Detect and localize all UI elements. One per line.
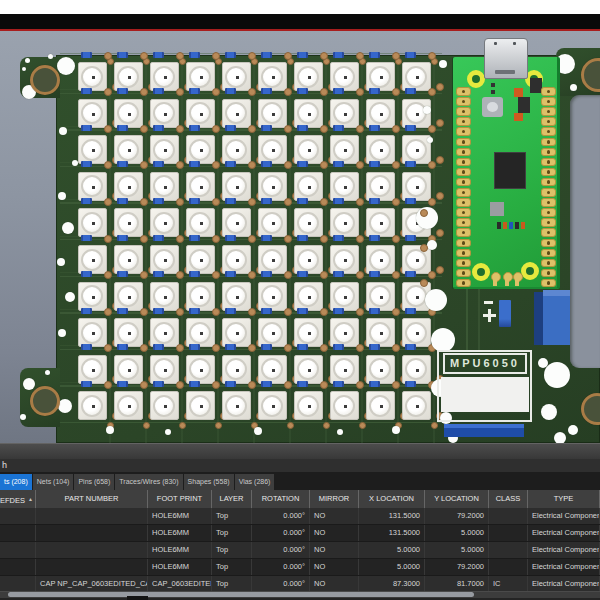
led xyxy=(258,62,287,91)
led-die xyxy=(272,296,275,299)
tab-pins-658-[interactable]: Pins (658) xyxy=(74,474,114,490)
column-header-foot-print[interactable]: FOOT PRINT xyxy=(148,490,212,508)
via xyxy=(140,308,148,316)
led-capacitor xyxy=(333,235,344,241)
cell-foot-print: HOLE6MM xyxy=(148,542,212,558)
table-row[interactable]: CAP NP_CAP_0603EDITED_CAP NPCAP_0603EDIT… xyxy=(0,576,600,591)
pico-pin-hole xyxy=(547,150,551,154)
column-label: CLASS xyxy=(496,494,521,503)
pico-pin xyxy=(456,107,471,116)
mounting-hole xyxy=(423,106,431,114)
led-die xyxy=(272,259,275,262)
led xyxy=(258,282,287,311)
led-die xyxy=(164,222,167,225)
pico-pin xyxy=(541,158,556,167)
led-die xyxy=(128,259,131,262)
tab-traces-wires-830-[interactable]: Traces/Wires (830) xyxy=(115,474,182,490)
led xyxy=(366,245,395,274)
scrollbar-thumb[interactable] xyxy=(8,592,474,597)
led xyxy=(222,318,251,347)
led-capacitor xyxy=(189,198,200,204)
minus-silkscreen xyxy=(484,301,493,304)
pico-pin xyxy=(541,168,556,177)
column-header-layer[interactable]: LAYER xyxy=(212,490,252,508)
via xyxy=(356,308,364,316)
mounting-hole xyxy=(570,84,577,91)
mounting-hole xyxy=(57,258,65,266)
column-header-y-location[interactable]: Y LOCATION xyxy=(425,490,489,508)
cell-part-number xyxy=(36,542,148,558)
cell-part-number xyxy=(36,525,148,541)
table-row[interactable]: HOLE6MMTop0.000°NO5.000079.2000Electrica… xyxy=(0,559,600,576)
led-capacitor xyxy=(261,381,272,387)
pico-pin xyxy=(456,218,471,227)
table-row[interactable]: HOLE6MMTop0.000°NO5.00005.0000Electrical… xyxy=(0,542,600,559)
smd-part xyxy=(491,83,495,87)
column-header-mirror[interactable]: MIRROR xyxy=(310,490,359,508)
led-capacitor xyxy=(333,125,344,131)
pico-pin xyxy=(541,239,556,248)
via xyxy=(140,198,148,206)
led-capacitor xyxy=(405,198,416,204)
led xyxy=(78,208,107,237)
led-die xyxy=(344,259,347,262)
led-capacitor xyxy=(369,88,380,94)
application-window: MPU6050 h ts (208)Nets (104)Pins (658)Tr… xyxy=(0,0,600,600)
led xyxy=(186,135,215,164)
panel-titlebar[interactable] xyxy=(0,443,600,459)
led-die xyxy=(92,296,95,299)
tab-vias-286-[interactable]: Vias (286) xyxy=(235,474,275,490)
cell-class xyxy=(489,525,528,541)
led xyxy=(294,208,323,237)
column-header-class[interactable]: CLASS xyxy=(489,490,528,508)
column-label: PART NUMBER xyxy=(65,494,119,503)
tab-shapes-558-[interactable]: Shapes (558) xyxy=(184,474,234,490)
led-die xyxy=(416,369,419,372)
mpu6050-module-body xyxy=(441,377,529,412)
tab-nets-104-[interactable]: Nets (104) xyxy=(33,474,74,490)
pico-pin-hole xyxy=(462,150,466,154)
column-header-type[interactable]: TYPE xyxy=(528,490,600,508)
led-capacitor xyxy=(405,235,416,241)
via xyxy=(436,156,444,164)
menu-toolbar[interactable] xyxy=(0,14,600,29)
pico-pin xyxy=(456,228,471,237)
led-die xyxy=(416,296,419,299)
via xyxy=(428,125,436,133)
led-capacitor xyxy=(117,88,128,94)
led-capacitor xyxy=(333,271,344,277)
search-row[interactable]: h xyxy=(0,459,600,472)
pico-pin xyxy=(456,127,471,136)
led-die xyxy=(308,222,311,225)
via xyxy=(428,198,436,206)
column-header-x-location[interactable]: X LOCATION xyxy=(359,490,425,508)
led xyxy=(366,99,395,128)
pico-pin-hole xyxy=(462,140,466,144)
led-capacitor xyxy=(81,344,92,350)
led-capacitor xyxy=(369,381,380,387)
led xyxy=(330,391,359,420)
cell-rotation: 0.000° xyxy=(252,525,310,541)
via xyxy=(140,381,148,389)
led xyxy=(78,135,107,164)
mounting-hole xyxy=(23,378,35,390)
table-row[interactable]: HOLE6MMTop0.000°NO131.500079.2000Electri… xyxy=(0,508,600,525)
led-capacitor xyxy=(297,344,308,350)
via xyxy=(140,125,148,133)
via xyxy=(320,198,328,206)
column-header-rotation[interactable]: ROTATION xyxy=(252,490,310,508)
via xyxy=(392,235,400,243)
column-header-efdes[interactable]: EFDES▲ xyxy=(0,490,36,508)
cell-x-location: 131.5000 xyxy=(359,525,425,541)
led xyxy=(186,391,215,420)
pcb-3d-viewport[interactable]: MPU6050 xyxy=(0,31,600,443)
pico-pin xyxy=(541,107,556,116)
pico-pin xyxy=(541,279,556,288)
tab-ts-208-[interactable]: ts (208) xyxy=(0,474,32,490)
pico-mount-hole xyxy=(472,263,490,281)
column-header-part-number[interactable]: PART NUMBER xyxy=(36,490,148,508)
cell-class: IC xyxy=(489,576,528,591)
cell-efdes xyxy=(0,576,36,591)
horizontal-scrollbar[interactable] xyxy=(0,591,600,598)
table-row[interactable]: HOLE6MMTop0.000°NO131.50005.0000Electric… xyxy=(0,525,600,542)
